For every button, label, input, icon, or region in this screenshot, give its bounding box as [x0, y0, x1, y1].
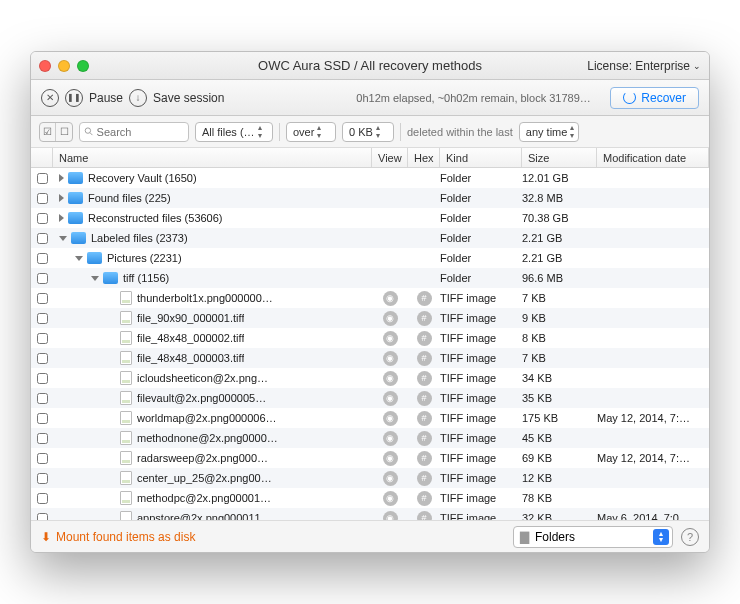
table-row[interactable]: appstore@2x.png000011…◉#TIFF image32 KBM… [31, 508, 709, 520]
hex-icon[interactable]: # [417, 331, 432, 346]
hex-icon[interactable]: # [417, 431, 432, 446]
recover-button[interactable]: Recover [610, 87, 699, 109]
row-checkbox[interactable] [37, 313, 48, 324]
row-checkbox[interactable] [37, 293, 48, 304]
row-checkbox[interactable] [37, 233, 48, 244]
time-filter[interactable]: any time ▴▾ [519, 122, 580, 142]
hex-icon[interactable]: # [417, 491, 432, 506]
column-name[interactable]: Name [53, 148, 372, 167]
table-row[interactable]: radarsweep@2x.png000…◉#TIFF image69 KBMa… [31, 448, 709, 468]
hex-icon[interactable]: # [417, 311, 432, 326]
column-date[interactable]: Modification date [597, 148, 709, 167]
hex-icon[interactable]: # [417, 351, 432, 366]
preview-icon[interactable]: ◉ [383, 371, 398, 386]
preview-icon[interactable]: ◉ [383, 331, 398, 346]
disclosure-triangle[interactable] [75, 256, 83, 261]
preview-icon[interactable]: ◉ [383, 451, 398, 466]
row-checkbox[interactable] [37, 333, 48, 344]
table-row[interactable]: file_48x48_000002.tiff◉#TIFF image8 KB [31, 328, 709, 348]
column-kind[interactable]: Kind [440, 148, 522, 167]
preview-icon[interactable]: ◉ [383, 411, 398, 426]
table-row[interactable]: Recovery Vault (1650)Folder12.01 GB [31, 168, 709, 188]
disclosure-triangle[interactable] [59, 174, 64, 182]
scan-status: 0h12m elapsed, ~0h02m remain, block 3178… [356, 92, 596, 104]
row-checkbox[interactable] [37, 373, 48, 384]
table-row[interactable]: Pictures (2231)Folder2.21 GB [31, 248, 709, 268]
row-checkbox[interactable] [37, 273, 48, 284]
column-checkbox[interactable] [31, 148, 53, 167]
hex-icon[interactable]: # [417, 371, 432, 386]
column-size[interactable]: Size [522, 148, 597, 167]
hex-icon[interactable]: # [417, 411, 432, 426]
mount-disk-button[interactable]: ⬇ Mount found items as disk [41, 530, 195, 544]
row-checkbox[interactable] [37, 393, 48, 404]
row-checkbox[interactable] [37, 173, 48, 184]
file-list[interactable]: Recovery Vault (1650)Folder12.01 GBFound… [31, 168, 709, 520]
preview-icon[interactable]: ◉ [383, 291, 398, 306]
table-row[interactable]: center_up_25@2x.png00…◉#TIFF image12 KB [31, 468, 709, 488]
table-row[interactable]: icloudsheeticon@2x.png…◉#TIFF image34 KB [31, 368, 709, 388]
disclosure-triangle[interactable] [59, 194, 64, 202]
help-button[interactable]: ? [681, 528, 699, 546]
preview-icon[interactable]: ◉ [383, 471, 398, 486]
disclosure-triangle[interactable] [59, 236, 67, 241]
stop-button[interactable]: ✕ [41, 89, 59, 107]
table-row[interactable]: Reconstructed files (53606)Folder70.38 G… [31, 208, 709, 228]
table-row[interactable]: methodnone@2x.png0000…◉#TIFF image45 KB [31, 428, 709, 448]
table-row[interactable]: file_90x90_000001.tiff◉#TIFF image9 KB [31, 308, 709, 328]
row-checkbox[interactable] [37, 493, 48, 504]
row-checkbox[interactable] [37, 473, 48, 484]
size-value-filter[interactable]: 0 KB ▴▾ [342, 122, 394, 142]
table-row[interactable]: thunderbolt1x.png000000…◉#TIFF image7 KB [31, 288, 709, 308]
table-row[interactable]: file_48x48_000003.tiff◉#TIFF image7 KB [31, 348, 709, 368]
table-row[interactable]: Found files (225)Folder32.8 MB [31, 188, 709, 208]
column-view[interactable]: View [372, 148, 408, 167]
row-checkbox[interactable] [37, 193, 48, 204]
checkbox-filter-segment[interactable]: ☑ ☐ [39, 122, 73, 142]
hex-icon[interactable]: # [417, 391, 432, 406]
checked-filter-icon[interactable]: ☑ [40, 123, 56, 141]
table-row[interactable]: methodpc@2x.png00001…◉#TIFF image78 KB [31, 488, 709, 508]
row-checkbox[interactable] [37, 413, 48, 424]
kind-cell: TIFF image [440, 352, 522, 364]
table-row[interactable]: filevault@2x.png000005…◉#TIFF image35 KB [31, 388, 709, 408]
row-checkbox[interactable] [37, 213, 48, 224]
table-row[interactable]: worldmap@2x.png000006…◉#TIFF image175 KB… [31, 408, 709, 428]
hex-icon[interactable]: # [417, 291, 432, 306]
hex-icon[interactable]: # [417, 451, 432, 466]
preview-icon[interactable]: ◉ [383, 511, 398, 521]
zoom-window-button[interactable] [77, 60, 89, 72]
titlebar[interactable]: OWC Aura SSD / All recovery methods Lice… [31, 52, 709, 80]
size-operator-filter[interactable]: over ▴▾ [286, 122, 336, 142]
unchecked-filter-icon[interactable]: ☐ [56, 123, 72, 141]
row-checkbox[interactable] [37, 513, 48, 521]
file-name: radarsweep@2x.png000… [137, 452, 268, 464]
row-checkbox[interactable] [37, 453, 48, 464]
hex-icon[interactable]: # [417, 511, 432, 521]
preview-icon[interactable]: ◉ [383, 311, 398, 326]
size-cell: 2.21 GB [522, 252, 597, 264]
file-icon [120, 511, 132, 520]
preview-icon[interactable]: ◉ [383, 351, 398, 366]
disclosure-triangle[interactable] [59, 214, 64, 222]
file-type-filter[interactable]: All files (… ▴▾ [195, 122, 273, 142]
row-checkbox[interactable] [37, 433, 48, 444]
license-menu[interactable]: License: Enterprise ⌄ [587, 59, 701, 73]
hex-icon[interactable]: # [417, 471, 432, 486]
table-row[interactable]: tiff (1156)Folder96.6 MB [31, 268, 709, 288]
size-cell: 69 KB [522, 452, 597, 464]
minimize-window-button[interactable] [58, 60, 70, 72]
search-input[interactable] [79, 122, 189, 142]
table-row[interactable]: Labeled files (2373)Folder2.21 GB [31, 228, 709, 248]
preview-icon[interactable]: ◉ [383, 391, 398, 406]
preview-icon[interactable]: ◉ [383, 491, 398, 506]
row-checkbox[interactable] [37, 253, 48, 264]
view-mode-selector[interactable]: ▇ Folders ▴▾ [513, 526, 673, 548]
column-hex[interactable]: Hex [408, 148, 440, 167]
close-window-button[interactable] [39, 60, 51, 72]
preview-icon[interactable]: ◉ [383, 431, 398, 446]
pause-button[interactable]: ❚❚ [65, 89, 83, 107]
row-checkbox[interactable] [37, 353, 48, 364]
save-session-button[interactable]: ↓ [129, 89, 147, 107]
disclosure-triangle[interactable] [91, 276, 99, 281]
